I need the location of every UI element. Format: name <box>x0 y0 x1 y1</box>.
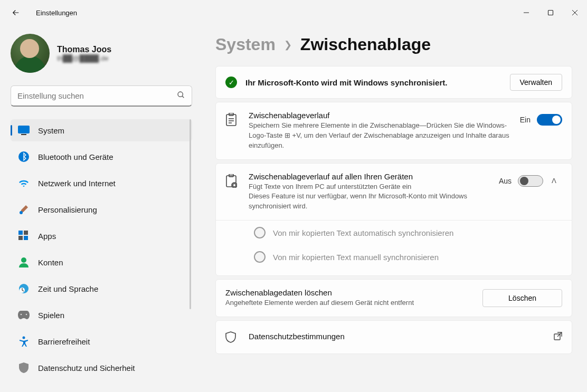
sync-status-text: Ihr Microsoft-Konto wird mit Windows syn… <box>245 78 501 87</box>
search-icon <box>177 91 185 101</box>
svg-rect-10 <box>18 231 23 235</box>
nav-bluetooth[interactable]: Bluetooth und Geräte <box>11 146 192 168</box>
sidebar: Thomas Joos th██@████.de System Bluetoot… <box>0 25 196 392</box>
nav-label: Personalisierung <box>38 205 97 214</box>
svg-point-4 <box>178 92 183 97</box>
svg-point-18 <box>21 314 22 315</box>
accessibility-icon <box>18 336 30 347</box>
clear-desc: Angeheftete Elemente werden auf diesem G… <box>225 298 482 308</box>
clipboard-icon <box>225 113 238 129</box>
svg-rect-12 <box>18 236 23 240</box>
nav-accounts[interactable]: Konten <box>11 251 192 273</box>
nav-label: Netzwerk und Internet <box>38 179 116 188</box>
breadcrumb-parent[interactable]: System <box>215 35 276 54</box>
svg-point-19 <box>23 337 25 339</box>
sync-status-card: ✓ Ihr Microsoft-Konto wird mit Windows s… <box>215 66 572 99</box>
svg-rect-11 <box>24 231 28 235</box>
profile-name: Thomas Joos <box>57 45 111 54</box>
privacy-link-card[interactable]: Datenschutzbestimmungen <box>215 320 572 354</box>
profile-block[interactable]: Thomas Joos th██@████.de <box>11 34 192 73</box>
privacy-title: Datenschutzbestimmungen <box>249 332 543 341</box>
sync-title: Zwischenablageverlauf auf allen Ihren Ge… <box>249 172 488 181</box>
nav-label: Spielen <box>38 311 64 320</box>
nav-label: Barrierefreiheit <box>38 337 90 346</box>
radio-manual[interactable] <box>254 251 266 263</box>
gamepad-icon <box>18 309 30 321</box>
svg-rect-7 <box>21 134 26 135</box>
sync-auto-radio-row[interactable]: Von mir kopierten Text automatisch synch… <box>216 221 572 245</box>
history-state: Ein <box>520 116 531 124</box>
sync-manual-radio-row[interactable]: Von mir kopierten Text manuell synchroni… <box>216 245 572 275</box>
clear-data-card: Zwischenablagedaten löschen Angeheftete … <box>215 279 572 317</box>
app-title: Einstellungen <box>36 9 77 17</box>
maximize-button[interactable] <box>538 3 563 22</box>
manage-button[interactable]: Verwalten <box>510 74 562 91</box>
sync-desc2: Dieses Feature ist nur verfügbar, wenn I… <box>249 192 488 212</box>
nav-label: Datenschutz und Sicherheit <box>38 364 135 372</box>
nav-system[interactable]: System <box>11 119 192 141</box>
profile-email: th██@████.de <box>57 54 111 62</box>
back-button[interactable] <box>10 6 22 19</box>
svg-point-9 <box>20 211 23 214</box>
radio-manual-label: Von mir kopierten Text manuell synchroni… <box>273 253 439 262</box>
radio-auto[interactable] <box>254 227 266 238</box>
external-link-icon <box>554 332 562 342</box>
history-toggle[interactable] <box>537 114 562 126</box>
nav-accessibility[interactable]: Barrierefreiheit <box>11 330 192 352</box>
history-desc: Speichern Sie mehrere Elemente in die Zw… <box>249 121 509 151</box>
clipboard-sync-icon <box>225 174 238 190</box>
avatar <box>11 34 50 73</box>
bluetooth-icon <box>18 151 30 162</box>
svg-rect-20 <box>226 114 236 126</box>
svg-rect-6 <box>18 126 30 133</box>
paintbrush-icon <box>18 204 30 215</box>
scrollbar[interactable] <box>190 119 191 309</box>
nav-privacy[interactable]: Datenschutz und Sicherheit <box>11 357 192 379</box>
breadcrumb: System ❯ Zwischenablage <box>215 35 572 54</box>
nav-label: System <box>38 126 64 135</box>
titlebar: Einstellungen <box>0 0 587 25</box>
nav-label: Konten <box>38 258 63 267</box>
clipboard-history-card: Zwischenablageverlauf Speichern Sie mehr… <box>215 102 572 160</box>
svg-rect-13 <box>24 236 28 240</box>
nav-apps[interactable]: Apps <box>11 225 192 247</box>
nav-personalization[interactable]: Personalisierung <box>11 198 192 221</box>
minimize-button[interactable] <box>514 3 538 22</box>
svg-point-14 <box>21 257 26 263</box>
wifi-icon <box>18 177 30 189</box>
close-button[interactable] <box>563 3 587 22</box>
sync-toggle[interactable] <box>518 175 543 187</box>
sync-state: Aus <box>499 177 512 185</box>
privacy-shield-icon <box>225 331 238 345</box>
shield-icon <box>18 362 30 374</box>
nav-label: Apps <box>38 232 56 241</box>
svg-line-5 <box>182 96 184 98</box>
clear-title: Zwischenablagedaten löschen <box>225 288 482 297</box>
radio-auto-label: Von mir kopierten Text automatisch synch… <box>273 228 453 237</box>
chevron-right-icon: ❯ <box>284 39 292 51</box>
nav-gaming[interactable]: Spielen <box>11 304 192 326</box>
history-title: Zwischenablageverlauf <box>249 111 509 120</box>
checkmark-icon: ✓ <box>225 77 237 88</box>
main-content: System ❯ Zwischenablage ✓ Ihr Microsoft-… <box>196 25 587 392</box>
display-icon <box>18 125 30 136</box>
sync-desc1: Fügt Texte von Ihrem PC auf unterstützte… <box>249 182 488 192</box>
nav-label: Bluetooth und Geräte <box>38 152 113 161</box>
nav-time-language[interactable]: Zeit und Sprache <box>11 278 192 300</box>
person-icon <box>18 256 30 268</box>
svg-point-17 <box>26 314 27 315</box>
chevron-up-icon[interactable]: ᐱ <box>552 177 562 185</box>
breadcrumb-current: Zwischenablage <box>300 35 431 54</box>
svg-rect-1 <box>548 11 553 15</box>
clear-button[interactable]: Löschen <box>482 289 562 307</box>
apps-icon <box>18 230 30 242</box>
clock-globe-icon <box>18 283 30 294</box>
sync-devices-card: Zwischenablageverlauf auf allen Ihren Ge… <box>215 163 572 276</box>
nav-label: Zeit und Sprache <box>38 284 98 293</box>
search-box[interactable] <box>11 85 192 107</box>
search-input[interactable] <box>17 91 177 100</box>
nav-network[interactable]: Netzwerk und Internet <box>11 172 192 194</box>
